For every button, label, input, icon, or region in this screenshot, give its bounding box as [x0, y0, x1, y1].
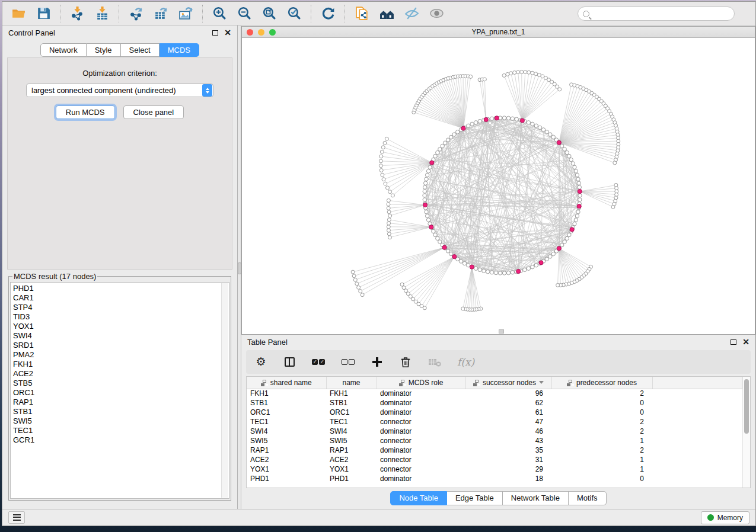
mcds-node-item[interactable]: SWI5: [13, 416, 229, 426]
mcds-node-item[interactable]: TID3: [13, 312, 229, 322]
table-row[interactable]: STB1STB1dominator620: [247, 398, 742, 408]
table-row[interactable]: YOX1YOX1connector291: [247, 464, 742, 474]
table-row[interactable]: SWI4SWI4dominator462: [247, 427, 742, 436]
hide-selected-button[interactable]: [399, 4, 424, 24]
import-table-from-file-button[interactable]: [90, 4, 114, 24]
tab-style[interactable]: Style: [87, 43, 121, 57]
run-mcds-button[interactable]: Run MCDS: [56, 105, 115, 119]
toolbar-separator: [119, 5, 119, 23]
cell-mcds-role: dominator: [377, 408, 465, 417]
column-header-filler: [652, 377, 742, 389]
table-panel-close-button[interactable]: ✕: [742, 339, 749, 345]
table-row[interactable]: PHD1PHD1dominator180: [247, 474, 742, 483]
tab-motifs[interactable]: Motifs: [569, 491, 607, 505]
column-label: predecessor nodes: [576, 379, 637, 387]
table-row[interactable]: RAP1RAP1dominator352: [247, 446, 742, 455]
mcds-node-item[interactable]: PMA2: [13, 350, 229, 360]
network-window-titlebar: YPA_prune.txt_1: [242, 27, 755, 38]
table-row[interactable]: SWI5SWI5connector431: [247, 436, 742, 446]
mcds-node-item[interactable]: ACE2: [13, 369, 229, 379]
tab-network[interactable]: Network: [40, 43, 87, 57]
create-column-button[interactable]: [371, 354, 384, 370]
export-table-icon: [154, 6, 168, 21]
show-all-button[interactable]: [424, 4, 449, 24]
status-list-button[interactable]: [8, 511, 25, 524]
table-row[interactable]: FKH1FKH1dominator962: [247, 389, 742, 398]
mcds-node-item[interactable]: GCR1: [13, 435, 229, 445]
import-network-from-file-button[interactable]: [65, 4, 90, 24]
apply-preferred-layout-button[interactable]: [315, 4, 340, 24]
toolbar-separator: [60, 5, 60, 23]
mcds-node-item[interactable]: RAP1: [13, 398, 229, 407]
select-all-rows-button[interactable]: [311, 354, 326, 370]
column-header-predecessor-nodes[interactable]: predecessor nodes: [551, 377, 652, 389]
tab-select[interactable]: Select: [121, 43, 160, 57]
export-network-button[interactable]: [123, 4, 148, 24]
mcds-node-item[interactable]: YOX1: [13, 322, 229, 331]
export-table-button[interactable]: [148, 4, 173, 24]
table-scrollbar-thumb[interactable]: [744, 379, 749, 434]
table-row[interactable]: ORC1ORC1dominator610: [247, 408, 742, 417]
cell-predecessor-nodes: 0: [551, 398, 652, 408]
mcds-node-item[interactable]: STB1: [13, 407, 229, 416]
panel-splitter[interactable]: [238, 25, 241, 509]
network-from-selection-icon: [355, 6, 369, 21]
tab-mcds[interactable]: MCDS: [160, 43, 199, 57]
toolbar-separator: [344, 5, 345, 23]
mcds-node-item[interactable]: FKH1: [13, 360, 229, 369]
zoom-out-button[interactable]: [232, 4, 257, 24]
table-panel-float-button[interactable]: [731, 339, 736, 345]
network-canvas[interactable]: [242, 38, 755, 334]
zoom-fit-button[interactable]: [257, 4, 282, 24]
column-header-mcds-role[interactable]: MCDS role: [377, 377, 465, 389]
memory-button[interactable]: Memory: [701, 511, 749, 524]
show-all-icon: [429, 6, 444, 21]
zoom-in-button[interactable]: [207, 4, 232, 24]
first-neighbors-button[interactable]: [374, 4, 399, 24]
mcds-result-list[interactable]: PHD1CAR1STP4TID3YOX1SWI4SRD1PMA2FKH1ACE2…: [10, 282, 229, 499]
window-close-traffic-light[interactable]: [247, 29, 253, 36]
control-panel-float-button[interactable]: [212, 30, 218, 36]
table-settings-button[interactable]: ⚙: [254, 354, 267, 370]
delete-column-button[interactable]: [399, 354, 412, 370]
mcds-node-item[interactable]: TEC1: [13, 426, 229, 435]
control-panel-close-button[interactable]: ✕: [224, 30, 231, 36]
table-row[interactable]: ACE2ACE2connector311: [247, 455, 742, 464]
column-header-successor-nodes[interactable]: successor nodes: [465, 377, 551, 389]
show-hide-columns-button[interactable]: [283, 354, 296, 370]
open-session-button[interactable]: [6, 4, 31, 24]
mcds-node-item[interactable]: STB5: [13, 379, 229, 388]
mcds-list-scrollbar[interactable]: [221, 283, 228, 498]
table-scrollbar[interactable]: [742, 377, 750, 488]
column-label: MCDS role: [409, 379, 444, 387]
export-image-button[interactable]: [173, 4, 198, 24]
table-tabs: Node TableEdge TableNetwork TableMotifs: [241, 491, 755, 505]
splitter-grip-icon[interactable]: [238, 262, 241, 274]
mcds-node-item[interactable]: STP4: [13, 303, 229, 312]
search-icon: [583, 11, 589, 17]
save-session-button[interactable]: [31, 4, 56, 24]
network-from-selection-button[interactable]: [349, 4, 374, 24]
tab-network-table[interactable]: Network Table: [503, 491, 569, 505]
tab-edge-table[interactable]: Edge Table: [447, 491, 503, 505]
close-mcds-panel-button[interactable]: Close panel: [123, 105, 184, 119]
mcds-node-item[interactable]: CAR1: [13, 293, 229, 303]
mcds-node-item[interactable]: ORC1: [13, 388, 229, 398]
column-header-shared-name[interactable]: shared name: [247, 377, 326, 389]
cell-filler: [652, 398, 742, 408]
cell-predecessor-nodes: 2: [551, 389, 652, 398]
mcds-node-item[interactable]: SWI4: [13, 331, 229, 341]
mcds-node-item[interactable]: PHD1: [13, 284, 229, 293]
window-zoom-traffic-light[interactable]: [269, 29, 276, 36]
column-header-name[interactable]: name: [326, 377, 377, 389]
deselect-all-rows-button[interactable]: [341, 354, 355, 370]
table-row[interactable]: TEC1TEC1connector472: [247, 417, 742, 427]
optimization-criterion-select[interactable]: largest connected component (undirected): [26, 84, 213, 97]
mcds-node-item[interactable]: SRD1: [13, 341, 229, 350]
select-stepper-icon: [202, 84, 212, 97]
window-minimize-traffic-light[interactable]: [258, 29, 264, 36]
zoom-selected-button[interactable]: [282, 4, 307, 24]
canvas-splitter-grip[interactable]: [499, 329, 504, 334]
search-input[interactable]: [593, 9, 729, 18]
tab-node-table[interactable]: Node Table: [390, 491, 447, 505]
